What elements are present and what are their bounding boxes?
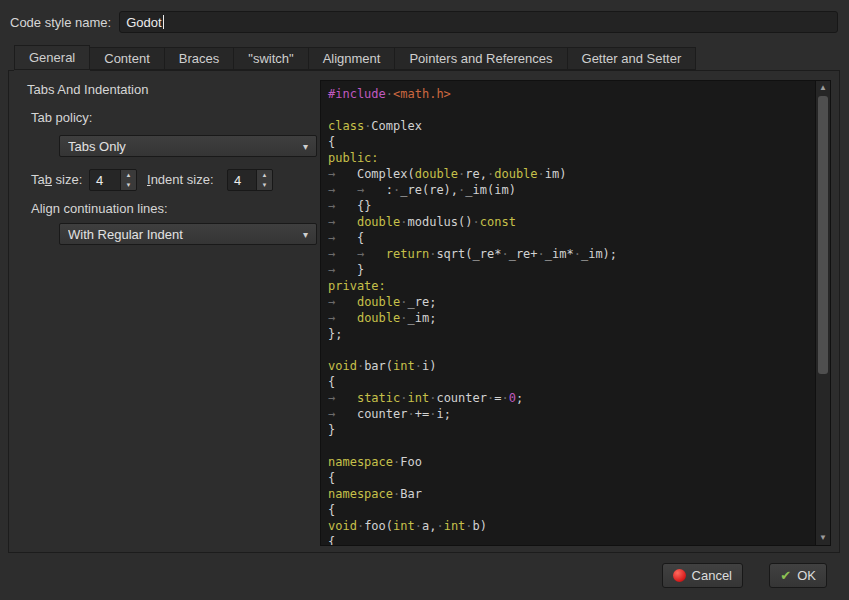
code-line: → {} [328, 198, 808, 214]
tab-policy-value: Tabs Only [68, 139, 295, 154]
tab-policy-select[interactable]: Tabs Only ▾ [59, 135, 317, 157]
code-line: }; [328, 326, 808, 342]
cancel-button[interactable]: Cancel [662, 563, 743, 588]
indent-size-value: 4 [228, 170, 256, 190]
code-line: → → return·sqrt(_re*·_re+·_im*·_im); [328, 246, 808, 262]
code-line: void·bar(int·i) [328, 358, 808, 374]
scroll-down-icon[interactable]: ▼ [816, 531, 830, 545]
code-line [328, 102, 808, 118]
tab-pointers-and-references[interactable]: Pointers and References [395, 47, 567, 70]
code-style-dialog: Code style name: Godot GeneralContentBra… [0, 0, 849, 600]
code-line: private: [328, 278, 808, 294]
code-line: { [328, 470, 808, 486]
tab-switch[interactable]: "switch" [234, 47, 308, 70]
align-continuation-select[interactable]: With Regular Indent ▾ [59, 223, 317, 245]
code-line: void·foo(int·a,·int·b) [328, 518, 808, 534]
tab-content[interactable]: Content [90, 47, 165, 70]
code-style-name-value: Godot [126, 15, 161, 30]
text-caret [163, 15, 164, 29]
code-line: { [328, 502, 808, 518]
spin-down-button[interactable]: ▼ [121, 180, 136, 190]
tab-size-spinner[interactable]: 4 ▲ ▼ [89, 169, 137, 191]
code-line: } [328, 422, 808, 438]
code-style-name-input[interactable]: Godot [119, 11, 838, 33]
indent-size-spinner[interactable]: 4 ▲ ▼ [227, 169, 273, 191]
tab-general[interactable]: General [14, 45, 90, 70]
spin-up-button[interactable]: ▲ [121, 170, 136, 180]
code-line: → counter·+=·i; [328, 406, 808, 422]
scroll-up-icon[interactable]: ▲ [816, 81, 830, 95]
code-line [328, 438, 808, 454]
spin-up-button[interactable]: ▲ [257, 170, 272, 180]
scrollbar-thumb[interactable] [818, 96, 828, 374]
chevron-down-icon: ▾ [303, 229, 308, 240]
code-style-name-label: Code style name: [10, 15, 111, 30]
spin-up-icon: ▲ [262, 172, 268, 178]
tab-braces[interactable]: Braces [165, 47, 234, 70]
code-line: → double·modulus()·const [328, 214, 808, 230]
spin-up-icon: ▲ [126, 172, 132, 178]
tab-policy-label: Tab policy: [31, 110, 92, 125]
align-continuation-label: Align continuation lines: [31, 201, 168, 216]
code-text: #include·<math.h>class·Complex{public:→ … [321, 81, 815, 545]
code-line: namespace·Bar [328, 486, 808, 502]
code-line: { [328, 534, 808, 545]
indent-size-spin-buttons: ▲ ▼ [256, 170, 272, 190]
cancel-icon [673, 569, 686, 582]
tab-alignment[interactable]: Alignment [309, 47, 396, 70]
code-line: class·Complex [328, 118, 808, 134]
code-line: → { [328, 230, 808, 246]
indent-size-label: Indent size: [147, 172, 214, 187]
code-line: → Complex(double·re,·double·im) [328, 166, 808, 182]
spin-down-button[interactable]: ▼ [257, 180, 272, 190]
code-line: { [328, 134, 808, 150]
code-line: namespace·Foo [328, 454, 808, 470]
button-row: Cancel ✔ OK [0, 563, 849, 593]
spin-down-icon: ▼ [126, 182, 132, 188]
general-tab-panel: Tabs And Indentation Tab policy: Tabs On… [8, 70, 840, 553]
cancel-button-label: Cancel [692, 568, 732, 583]
code-line: → double·_im; [328, 310, 808, 326]
code-line: { [328, 374, 808, 390]
checkmark-icon: ✔ [780, 569, 791, 582]
tab-size-spin-buttons: ▲ ▼ [120, 170, 136, 190]
code-line: → double·_re; [328, 294, 808, 310]
ok-button[interactable]: ✔ OK [769, 563, 827, 588]
tab-size-value: 4 [90, 170, 120, 190]
vertical-scrollbar[interactable]: ▲ ▼ [815, 81, 830, 545]
tab-getter-and-setter[interactable]: Getter and Setter [568, 47, 697, 70]
code-line: → } [328, 262, 808, 278]
tab-bar: GeneralContentBraces"switch"AlignmentPoi… [14, 45, 696, 70]
group-title-tabs-and-indentation: Tabs And Indentation [27, 82, 148, 97]
spin-down-icon: ▼ [262, 182, 268, 188]
code-line: → static·int·counter·=·0; [328, 390, 808, 406]
code-line: #include·<math.h> [328, 86, 808, 102]
code-line [328, 342, 808, 358]
chevron-down-icon: ▾ [303, 141, 308, 152]
ok-button-label: OK [797, 568, 816, 583]
code-line: public: [328, 150, 808, 166]
code-line: → → :·_re(re),·_im(im) [328, 182, 808, 198]
align-continuation-value: With Regular Indent [68, 227, 295, 242]
tab-size-label: Tab size: [31, 172, 82, 187]
name-row: Code style name: Godot [10, 11, 838, 33]
code-preview[interactable]: #include·<math.h>class·Complex{public:→ … [320, 80, 831, 546]
